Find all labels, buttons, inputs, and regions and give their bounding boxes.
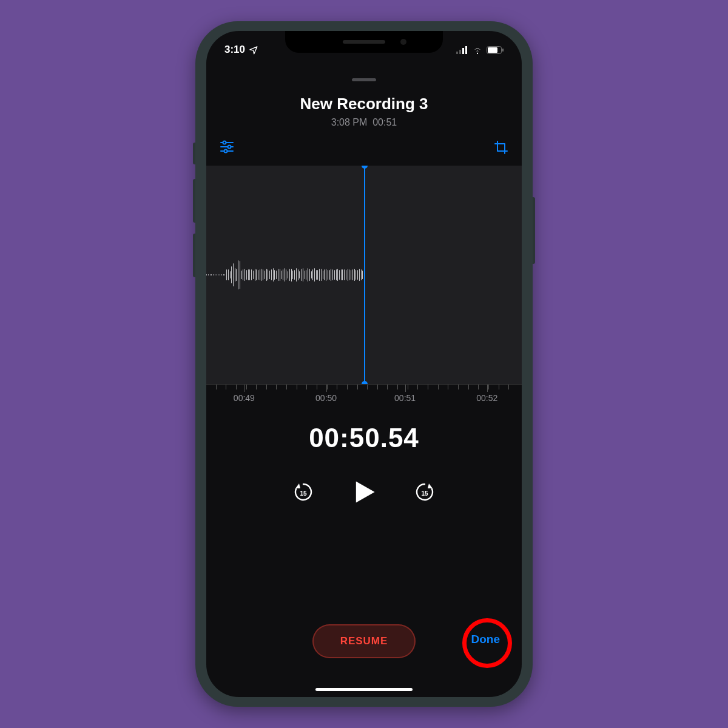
playhead[interactable] (364, 166, 365, 384)
recorder-panel: New Recording 3 3:08 PM 00:51 (206, 31, 522, 697)
svg-rect-6 (502, 49, 504, 52)
waveform (206, 251, 364, 299)
done-button[interactable]: Done (471, 633, 500, 646)
side-button (193, 143, 195, 164)
svg-rect-0 (456, 52, 458, 54)
skip-forward-15-button[interactable]: 15 (414, 481, 436, 505)
settings-sliders-icon[interactable] (220, 140, 234, 157)
timeline-label: 00:51 (394, 393, 416, 403)
recording-subtitle: 3:08 PM 00:51 (206, 117, 522, 128)
side-button (193, 234, 195, 277)
timeline-label: 00:52 (476, 393, 497, 403)
speaker-slot (343, 40, 385, 44)
svg-rect-3 (465, 46, 467, 54)
bottom-bar: RESUME Done (206, 624, 522, 679)
timeline-ruler[interactable]: 00:4900:5000:5100:52 (206, 384, 522, 405)
cellular-icon (456, 46, 468, 54)
status-time: 3:10 (224, 44, 245, 56)
svg-rect-2 (462, 48, 464, 54)
recording-title[interactable]: New Recording 3 (206, 95, 522, 113)
home-indicator[interactable] (315, 688, 413, 691)
skip-forward-seconds-label: 15 (421, 490, 428, 497)
svg-point-8 (223, 141, 226, 144)
skip-back-15-button[interactable]: 15 (292, 481, 314, 505)
timeline-label: 00:49 (234, 393, 255, 403)
resume-button[interactable]: RESUME (312, 624, 416, 658)
wifi-icon (472, 46, 483, 54)
screen: 3:10 New Recording 3 3:08 PM 00:51 (206, 31, 522, 697)
trim-crop-icon[interactable] (494, 140, 508, 157)
recording-created-time: 3:08 PM (331, 117, 368, 127)
side-button (193, 179, 195, 223)
svg-point-12 (224, 150, 228, 153)
timeline-label: 00:50 (315, 393, 337, 403)
playback-timer: 00:50.54 (206, 423, 522, 453)
svg-rect-5 (488, 47, 497, 53)
playback-controls: 15 15 (206, 479, 522, 508)
svg-rect-1 (459, 50, 461, 54)
svg-marker-13 (356, 481, 375, 502)
battery-icon (487, 46, 504, 54)
front-camera (400, 39, 406, 45)
recording-duration: 00:51 (372, 117, 397, 127)
side-button (533, 197, 535, 264)
waveform-area[interactable] (206, 166, 522, 384)
edit-toolbar (206, 128, 522, 166)
svg-point-10 (228, 146, 231, 149)
skip-back-seconds-label: 15 (300, 490, 306, 497)
notch (285, 31, 443, 53)
sheet-grabber[interactable] (352, 78, 376, 81)
phone-frame: 3:10 New Recording 3 3:08 PM 00:51 (195, 21, 533, 707)
location-icon (249, 46, 258, 55)
play-button[interactable] (351, 479, 377, 508)
